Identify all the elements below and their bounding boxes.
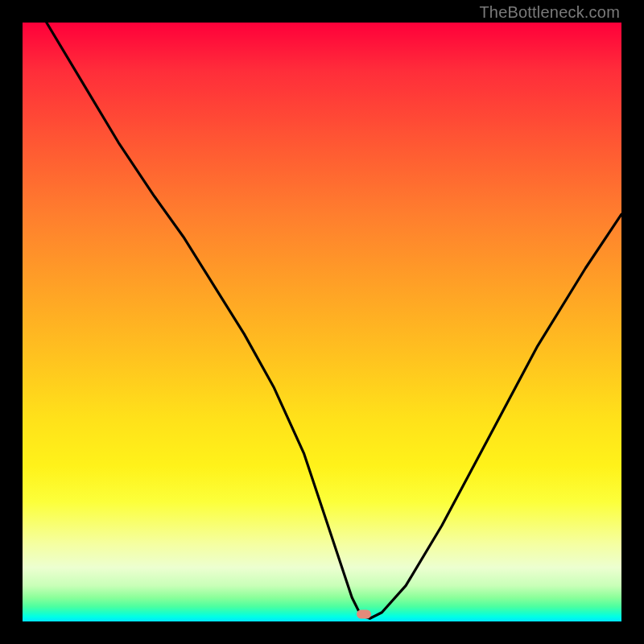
bottleneck-curve-path [47,23,621,618]
watermark-text: TheBottleneck.com [479,3,620,22]
minimum-marker [357,610,371,619]
curve-svg [23,23,621,621]
chart-frame: TheBottleneck.com [0,0,644,644]
plot-area [23,23,621,621]
